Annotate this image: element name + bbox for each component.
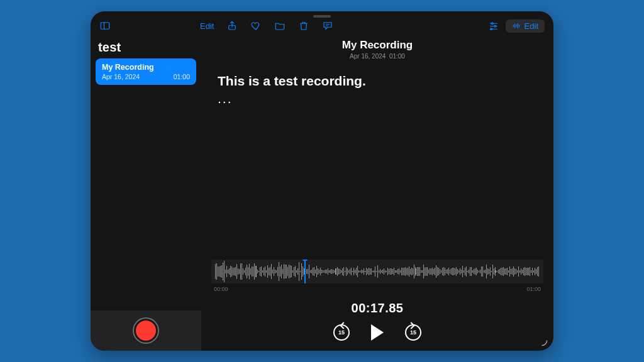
- resize-handle-icon[interactable]: [540, 338, 548, 347]
- waveform[interactable]: [211, 260, 543, 283]
- folder-icon[interactable]: [274, 20, 286, 31]
- sidebar: test My Recording Apr 16, 2024 01:00: [91, 35, 201, 351]
- playback-controls: 15 15: [206, 324, 548, 341]
- wave-end-time: 01:00: [526, 286, 541, 292]
- toolbar: Edit Edit: [91, 11, 553, 35]
- content-body: test My Recording Apr 16, 2024 01:00 My …: [91, 35, 553, 351]
- trash-icon[interactable]: [298, 20, 309, 31]
- play-button[interactable]: [371, 324, 384, 341]
- app-window: Edit Edit: [91, 11, 553, 351]
- edit-button-left[interactable]: Edit: [200, 21, 214, 31]
- edit-audio-button[interactable]: Edit: [506, 19, 545, 33]
- record-bar: [91, 310, 201, 351]
- recording-item-date: Apr 16, 2024: [102, 73, 140, 80]
- recording-item-duration: 01:00: [174, 73, 190, 80]
- svg-rect-0: [101, 23, 109, 30]
- edit-audio-label: Edit: [525, 21, 538, 31]
- waveform-area: 00:00 01:00: [211, 260, 543, 292]
- sidebar-toggle-icon[interactable]: [99, 20, 111, 31]
- skip-back-button[interactable]: 15: [333, 324, 350, 341]
- recording-title: My Recording: [206, 39, 548, 52]
- timecode: 00:17.85: [206, 301, 548, 315]
- recording-list-item[interactable]: My Recording Apr 16, 2024 01:00: [96, 58, 196, 85]
- recording-subtitle: Apr 16, 2024 01:00: [206, 53, 548, 60]
- wave-start-time: 00:00: [214, 286, 228, 292]
- playhead[interactable]: [304, 260, 306, 283]
- transcript-icon[interactable]: [322, 20, 333, 31]
- record-button[interactable]: [134, 319, 158, 343]
- transcript-ellipsis: ...: [218, 91, 548, 106]
- skip-forward-button[interactable]: 15: [405, 324, 421, 341]
- heart-icon[interactable]: [250, 20, 262, 31]
- share-icon[interactable]: [226, 20, 238, 31]
- transcript-text: This is a test recording.: [218, 71, 548, 91]
- recording-header: My Recording Apr 16, 2024 01:00: [206, 39, 548, 60]
- sidebar-title: test: [96, 39, 196, 58]
- main-panel: My Recording Apr 16, 2024 01:00 This is …: [201, 35, 553, 351]
- options-icon[interactable]: [488, 20, 499, 31]
- recording-item-name: My Recording: [102, 63, 190, 72]
